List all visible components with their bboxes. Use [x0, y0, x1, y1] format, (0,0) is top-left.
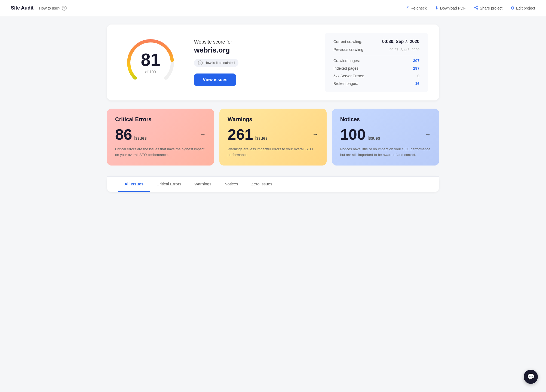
tab-all-issues[interactable]: All Issues — [118, 177, 150, 192]
score-domain: webris.org — [194, 46, 314, 54]
notices-count-row: 100 issues → — [340, 127, 431, 142]
score-card: 81 of 100 Website score for webris.org ?… — [107, 24, 439, 100]
score-of-label: of 100 — [141, 70, 160, 74]
critical-errors-arrow-icon: → — [200, 131, 206, 138]
share-project-label: Share project — [480, 6, 502, 10]
crawled-pages-row: Crawled pages: 307 — [333, 59, 419, 63]
critical-errors-count-row: 86 issues → — [115, 127, 206, 142]
tab-critical-errors[interactable]: Critical Errors — [150, 177, 188, 192]
warnings-description: Warnings are less impactful errors to yo… — [228, 146, 318, 158]
view-issues-button[interactable]: View issues — [194, 74, 236, 86]
critical-errors-description: Critical errors are the issues that have… — [115, 146, 206, 158]
recheck-icon: ↺ — [405, 5, 409, 11]
warnings-title: Warnings — [228, 116, 318, 122]
warnings-issues-label: issues — [255, 136, 268, 141]
notices-arrow-icon: → — [425, 131, 431, 138]
chat-icon: 💬 — [527, 373, 535, 380]
how-to-use-button[interactable]: How to use? ? — [39, 6, 67, 11]
calc-help-icon: ? — [198, 60, 203, 65]
warnings-arrow-icon: → — [312, 131, 318, 138]
share-project-button[interactable]: Share project — [474, 5, 502, 11]
current-crawling-row: Current crawling: 00:30, Sep 7, 2020 — [333, 39, 419, 44]
notices-title: Notices — [340, 116, 431, 122]
chat-bubble-button[interactable]: 💬 — [524, 370, 538, 384]
main-content: 81 of 100 Website score for webris.org ?… — [96, 16, 450, 200]
previous-crawling-label: Previous crawling: — [333, 47, 364, 52]
indexed-pages-value: 297 — [413, 66, 419, 71]
edit-project-label: Edit project — [516, 6, 535, 10]
broken-pages-value: 16 — [415, 81, 419, 86]
previous-crawling-value: 00:27, Sep 6, 2020 — [389, 48, 419, 52]
score-circle: 81 of 100 — [123, 35, 178, 90]
broken-pages-label: Broken pages: — [333, 81, 358, 86]
warnings-count: 261 issues — [228, 127, 268, 142]
server-errors-value: 0 — [417, 74, 419, 78]
server-errors-row: 5xx Server Errors: 0 — [333, 74, 419, 78]
notices-issues-label: issues — [368, 136, 380, 141]
warnings-number: 261 — [228, 127, 253, 142]
current-crawling-label: Current crawling: — [333, 39, 362, 44]
notices-card[interactable]: Notices 100 issues → Notices have little… — [332, 109, 439, 166]
critical-errors-title: Critical Errors — [115, 116, 206, 122]
score-info: Website score for webris.org ? How is it… — [183, 39, 325, 86]
critical-errors-count: 86 issues — [115, 127, 147, 142]
tab-warnings[interactable]: Warnings — [188, 177, 218, 192]
header-right: ↺ Re-check ⬇ Download PDF Share project … — [405, 5, 535, 11]
how-to-use-label: How to use? — [39, 6, 60, 10]
recheck-button[interactable]: ↺ Re-check — [405, 5, 427, 11]
broken-pages-row: Broken pages: 16 — [333, 81, 419, 86]
score-for-label: Website score for — [194, 39, 314, 45]
help-icon: ? — [62, 6, 67, 11]
bottom-section: All Issues Critical Errors Warnings Noti… — [107, 176, 439, 192]
tabs-row: All Issues Critical Errors Warnings Noti… — [107, 176, 439, 192]
calc-badge-label: How is it calculated — [204, 61, 235, 65]
notices-count: 100 issues — [340, 127, 380, 142]
settings-icon: ⚙ — [511, 5, 514, 11]
download-icon: ⬇ — [435, 5, 438, 11]
tab-zero-issues[interactable]: Zero issues — [245, 177, 279, 192]
svg-line-3 — [475, 8, 477, 9]
svg-line-4 — [475, 7, 477, 7]
indexed-pages-row: Indexed pages: 297 — [333, 66, 419, 71]
critical-errors-number: 86 — [115, 127, 132, 142]
site-audit-title: Site Audit — [11, 5, 33, 11]
score-number: 81 — [141, 51, 160, 69]
indexed-pages-label: Indexed pages: — [333, 66, 360, 71]
notices-number: 100 — [340, 127, 366, 142]
issue-cards-grid: Critical Errors 86 issues → Critical err… — [107, 109, 439, 166]
warnings-count-row: 261 issues → — [228, 127, 318, 142]
download-pdf-label: Download PDF — [440, 6, 466, 10]
crawled-pages-label: Crawled pages: — [333, 59, 360, 63]
recheck-label: Re-check — [410, 6, 427, 10]
score-circle-container: 81 of 100 — [118, 35, 183, 90]
edit-project-button[interactable]: ⚙ Edit project — [511, 5, 535, 11]
server-errors-label: 5xx Server Errors: — [333, 74, 364, 78]
share-icon — [474, 5, 478, 11]
tab-notices[interactable]: Notices — [218, 177, 245, 192]
header-left: Site Audit How to use? ? — [11, 5, 405, 11]
stats-divider — [333, 55, 419, 55]
notices-description: Notices have little or no impact on your… — [340, 146, 431, 158]
score-circle-inner: 81 of 100 — [141, 51, 160, 74]
previous-crawling-row: Previous crawling: 00:27, Sep 6, 2020 — [333, 47, 419, 52]
critical-errors-card[interactable]: Critical Errors 86 issues → Critical err… — [107, 109, 214, 166]
critical-errors-issues-label: issues — [134, 136, 146, 141]
crawled-pages-value: 307 — [413, 59, 419, 63]
download-pdf-button[interactable]: ⬇ Download PDF — [435, 5, 466, 11]
current-crawling-value: 00:30, Sep 7, 2020 — [382, 39, 419, 44]
header: Site Audit How to use? ? ↺ Re-check ⬇ Do… — [0, 0, 546, 16]
how-calculated-badge[interactable]: ? How is it calculated — [194, 59, 238, 67]
warnings-card[interactable]: Warnings 261 issues → Warnings are less … — [219, 109, 326, 166]
score-stats: Current crawling: 00:30, Sep 7, 2020 Pre… — [325, 33, 428, 92]
